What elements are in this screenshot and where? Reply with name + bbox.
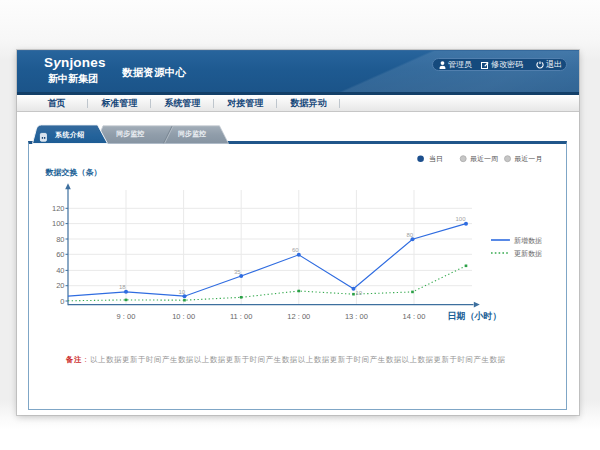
svg-text:12 : 00: 12 : 00: [287, 312, 310, 321]
svg-text:新增数据: 新增数据: [514, 236, 542, 245]
svg-text:同步监控: 同步监控: [116, 130, 144, 138]
svg-text:当日: 当日: [429, 155, 443, 163]
svg-text:18: 18: [119, 284, 126, 290]
svg-text:10: 10: [356, 290, 363, 296]
svg-text:日期（小时）: 日期（小时）: [448, 311, 502, 321]
svg-text:最近一月: 最近一月: [514, 155, 542, 163]
svg-text:80: 80: [407, 232, 414, 238]
svg-text:14 : 00: 14 : 00: [403, 312, 426, 321]
svg-text:40: 40: [56, 266, 64, 275]
svg-text:更新数据: 更新数据: [514, 249, 542, 258]
svg-text:11 : 00: 11 : 00: [230, 312, 252, 321]
svg-text:120: 120: [52, 204, 65, 213]
svg-text:100: 100: [456, 216, 467, 222]
svg-text:20: 20: [56, 281, 64, 290]
svg-text:35: 35: [234, 269, 241, 275]
svg-text:同步监控: 同步监控: [178, 130, 206, 138]
svg-text:60: 60: [56, 250, 64, 259]
svg-text:60: 60: [292, 247, 299, 253]
svg-text:80: 80: [56, 235, 64, 244]
svg-text:10 : 00: 10 : 00: [172, 312, 195, 321]
svg-text:0: 0: [60, 297, 64, 306]
svg-text:10: 10: [179, 289, 186, 295]
svg-text:9 : 00: 9 : 00: [117, 312, 136, 321]
svg-text:13 : 00: 13 : 00: [345, 312, 368, 321]
svg-text:最近一周: 最近一周: [470, 155, 498, 162]
svg-text:100: 100: [52, 219, 65, 228]
svg-text:数据交换（条）: 数据交换（条）: [45, 168, 102, 177]
svg-text:系统介绍: 系统介绍: [54, 130, 85, 139]
